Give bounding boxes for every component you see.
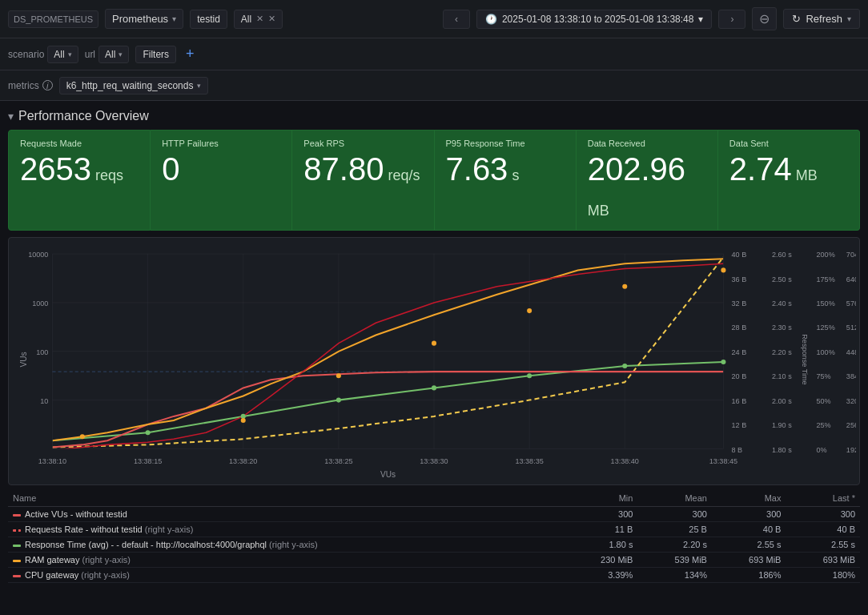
legend-stat: 300 xyxy=(712,507,786,522)
chevron-down-icon: ▾ xyxy=(172,14,176,23)
svg-text:384 MiB: 384 MiB xyxy=(846,372,856,380)
legend-stat: 1.80 s xyxy=(564,537,638,553)
section-title: Performance Overview xyxy=(18,109,149,123)
datasource-dropdown[interactable]: Prometheus ▾ xyxy=(105,9,183,29)
metrics-chevron-icon: ▾ xyxy=(197,82,201,90)
legend-name-cell: CPU gateway (right y-axis) xyxy=(8,568,564,583)
stat-card-requests-made: Requests Made 2653 reqs xyxy=(8,130,151,231)
legend-name-cell: Active VUs - without testid xyxy=(8,507,564,522)
stat-value: 87.80 req/s xyxy=(303,151,422,187)
tag-all[interactable]: All ✕ ✕ xyxy=(234,10,283,29)
stat-label: Requests Made xyxy=(20,139,139,148)
svg-text:10: 10 xyxy=(40,397,48,405)
clock-icon: 🕐 xyxy=(485,14,497,25)
tag-testid[interactable]: testid xyxy=(190,10,227,29)
legend-stat: 2.55 s xyxy=(786,537,860,553)
svg-text:24 B: 24 B xyxy=(732,348,747,356)
legend-stat: 300 xyxy=(564,507,638,522)
svg-point-72 xyxy=(721,360,725,364)
svg-text:2.20 s: 2.20 s xyxy=(772,348,792,356)
legend-row: Active VUs - without testid 300300300300 xyxy=(8,507,860,522)
metrics-bar: metrics i k6_http_req_waiting_seconds ▾ xyxy=(0,70,868,101)
legend-header-name: Name xyxy=(8,490,564,507)
svg-text:0%: 0% xyxy=(817,445,827,453)
legend-name-cell: RAM gateway (right y-axis) xyxy=(8,553,564,568)
stat-label: Peak RPS xyxy=(303,139,422,148)
legend-row: RAM gateway (right y-axis)230 MiB539 MiB… xyxy=(8,553,860,568)
refresh-icon: ↻ xyxy=(792,13,801,25)
svg-text:2.60 s: 2.60 s xyxy=(772,251,792,259)
time-range-chevron-icon: ▾ xyxy=(698,14,703,25)
refresh-button[interactable]: ↻ Refresh ▾ xyxy=(783,9,860,29)
svg-point-75 xyxy=(336,373,341,378)
svg-point-70 xyxy=(527,373,532,378)
url-dropdown[interactable]: All ▾ xyxy=(98,46,129,63)
svg-point-77 xyxy=(527,308,532,313)
stat-card-p95-response-time: P95 Response Time 7.63 s xyxy=(435,130,577,231)
legend-color-swatch xyxy=(13,514,21,517)
legend-stat: 25 B xyxy=(637,522,712,537)
add-filter-button[interactable]: + xyxy=(183,46,198,62)
svg-text:28 B: 28 B xyxy=(732,324,747,332)
time-range-selector[interactable]: 🕐 2025-01-08 13:38:10 to 2025-01-08 13:3… xyxy=(476,10,713,29)
legend-stat: 693 MiB xyxy=(712,553,786,568)
svg-text:8 B: 8 B xyxy=(732,445,743,453)
legend-color-swatch xyxy=(13,529,21,532)
zoom-button[interactable]: ⊖ xyxy=(752,7,777,30)
svg-text:200%: 200% xyxy=(817,251,835,259)
svg-text:36 B: 36 B xyxy=(732,275,747,283)
stat-value: 0 xyxy=(162,151,280,187)
legend-stat: 40 B xyxy=(786,522,860,537)
svg-text:1.90 s: 1.90 s xyxy=(772,421,792,429)
legend-header-mean: Mean xyxy=(637,490,712,507)
legend-row: Response Time (avg) - - default - http:/… xyxy=(8,537,860,553)
stat-card-peak-rps: Peak RPS 87.80 req/s xyxy=(292,130,434,231)
svg-text:125%: 125% xyxy=(817,324,835,332)
tag-all-close-icon[interactable]: ✕ xyxy=(256,14,263,24)
legend-stat: 3.39% xyxy=(564,568,638,583)
svg-text:VUs: VUs xyxy=(19,352,28,367)
legend-row: Requests Rate - without testid (right y-… xyxy=(8,522,860,537)
stat-label: Data Sent xyxy=(729,139,848,148)
svg-text:640 MiB: 640 MiB xyxy=(846,275,856,283)
svg-point-79 xyxy=(721,267,725,272)
svg-text:512 MiB: 512 MiB xyxy=(846,324,856,332)
right-arrow-icon[interactable]: › xyxy=(727,14,737,25)
stat-value: 2653 reqs xyxy=(20,151,139,187)
svg-text:2.10 s: 2.10 s xyxy=(772,372,792,380)
svg-text:150%: 150% xyxy=(817,299,835,308)
tag-all-clear-icon[interactable]: ✕ xyxy=(268,14,275,24)
svg-text:100: 100 xyxy=(36,348,48,356)
metrics-dropdown[interactable]: k6_http_req_waiting_seconds ▾ xyxy=(59,77,209,94)
legend-stat: 300 xyxy=(786,507,860,522)
datasource-value: Prometheus xyxy=(112,13,168,25)
svg-text:192 MiB: 192 MiB xyxy=(846,445,856,453)
svg-text:VUs: VUs xyxy=(380,470,396,479)
svg-text:40 B: 40 B xyxy=(732,251,747,259)
svg-text:Response Time: Response Time xyxy=(801,334,809,384)
svg-text:13:38:30: 13:38:30 xyxy=(420,457,448,465)
scenario-filter: scenario All ▾ xyxy=(8,46,78,63)
scenario-chevron-icon: ▾ xyxy=(68,50,72,58)
time-range-nav-prev[interactable]: ‹ xyxy=(443,10,470,29)
time-range-value: 2025-01-08 13:38:10 to 2025-01-08 13:38:… xyxy=(502,14,694,25)
svg-text:175%: 175% xyxy=(817,275,835,283)
filters-button[interactable]: Filters xyxy=(135,46,176,63)
svg-point-76 xyxy=(432,341,436,346)
svg-text:320 MiB: 320 MiB xyxy=(846,397,856,405)
svg-point-78 xyxy=(622,284,627,289)
metrics-label: metrics i xyxy=(8,80,53,91)
scenario-dropdown[interactable]: All ▾ xyxy=(47,46,78,63)
time-range-nav-next[interactable]: › xyxy=(718,10,745,29)
left-arrow-icon[interactable]: ‹ xyxy=(452,14,461,25)
url-label: url xyxy=(85,49,95,60)
legend-name-cell: Requests Rate - without testid (right y-… xyxy=(8,522,564,537)
legend-color-swatch xyxy=(13,560,21,562)
legend-stat: 180% xyxy=(786,568,860,583)
svg-point-68 xyxy=(336,398,341,403)
filter-bar: scenario All ▾ url All ▾ Filters + xyxy=(0,38,868,70)
performance-overview-section[interactable]: ▾ Performance Overview xyxy=(0,101,868,130)
svg-point-71 xyxy=(622,364,627,368)
metrics-value-text: k6_http_req_waiting_seconds xyxy=(66,80,194,91)
legend-stat: 186% xyxy=(712,568,786,583)
